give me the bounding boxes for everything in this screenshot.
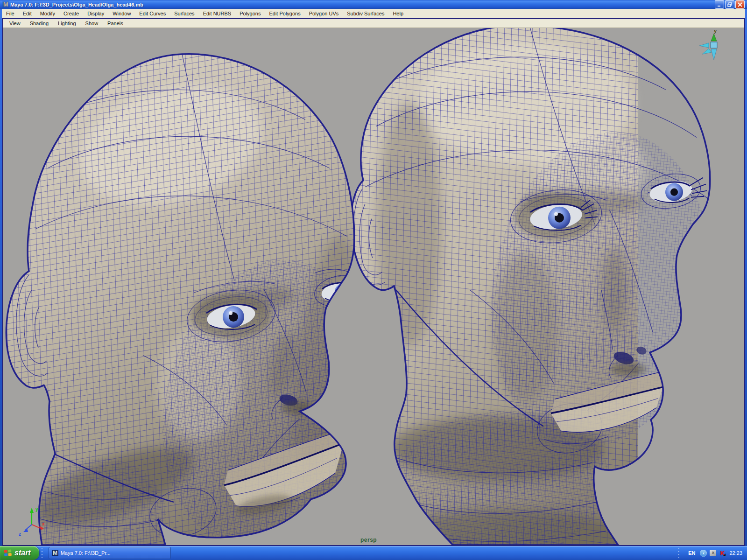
menu-create[interactable]: Create xyxy=(59,10,83,17)
menu-modify[interactable]: Modify xyxy=(36,10,59,17)
svg-text:x: x xyxy=(42,521,45,526)
menu-edit-nurbs[interactable]: Edit NURBS xyxy=(199,10,236,17)
move-manipulator[interactable]: y xyxy=(699,28,717,60)
svg-text:z: z xyxy=(19,532,21,537)
maya-window: M Maya 7.0: F:\!3D_Projects\Olga_Head\Ol… xyxy=(0,0,747,546)
taskbar-clock[interactable]: 22:23 xyxy=(729,550,742,556)
minimize-icon xyxy=(717,2,722,7)
maya-task-icon: M xyxy=(52,550,58,556)
camera-label: persp xyxy=(360,537,377,543)
minimize-button[interactable] xyxy=(715,0,724,9)
menu-file[interactable]: File xyxy=(2,10,19,17)
panel-menu-show[interactable]: Show xyxy=(81,20,103,27)
windows-flag-icon xyxy=(4,549,12,557)
close-button[interactable] xyxy=(735,0,745,9)
close-icon xyxy=(738,2,742,7)
taskbar: start M Maya 7.0: F:\!3D_Pr... EN ‹ × K … xyxy=(0,546,747,560)
svg-text:y: y xyxy=(714,28,717,34)
menu-surfaces[interactable]: Surfaces xyxy=(170,10,198,17)
start-label: start xyxy=(14,549,31,557)
system-tray: EN ‹ × K 22:23 xyxy=(676,546,747,560)
hide-inactive-icons-button[interactable]: ‹ xyxy=(700,550,707,557)
menu-window[interactable]: Window xyxy=(108,10,135,17)
panel-menu-shading[interactable]: Shading xyxy=(25,20,53,27)
restore-icon xyxy=(727,2,732,7)
taskbar-maya-button[interactable]: M Maya 7.0: F:\!3D_Pr... xyxy=(49,547,171,559)
maya-app-icon: M xyxy=(2,1,9,8)
panel-menubar: View Shading Lighting Show Panels xyxy=(3,19,744,28)
tray-icon-disconnected[interactable]: × xyxy=(710,550,716,556)
viewport-canvas[interactable]: y y x z xyxy=(3,28,744,545)
menu-polygon-uvs[interactable]: Polygon UVs xyxy=(305,10,343,17)
language-indicator[interactable]: EN xyxy=(686,550,697,556)
panel-menu-panels[interactable]: Panels xyxy=(103,20,128,27)
svg-text:M: M xyxy=(53,550,57,556)
window-title: Maya 7.0: F:\!3D_Projects\Olga_Head\Olga… xyxy=(10,2,143,7)
panel-menu-lighting[interactable]: Lighting xyxy=(53,20,81,27)
task-button-label: Maya 7.0: F:\!3D_Pr... xyxy=(61,550,111,556)
start-button[interactable]: start xyxy=(0,546,39,560)
svg-text:y: y xyxy=(35,507,38,512)
menu-polygons[interactable]: Polygons xyxy=(235,10,265,17)
menu-edit[interactable]: Edit xyxy=(19,10,36,17)
menu-help[interactable]: Help xyxy=(388,10,408,17)
menu-edit-polygons[interactable]: Edit Polygons xyxy=(265,10,304,17)
restore-button[interactable] xyxy=(725,0,734,9)
left-head-model[interactable] xyxy=(3,47,396,545)
quick-launch-grip[interactable] xyxy=(41,548,45,558)
panel-menu-view[interactable]: View xyxy=(5,20,25,27)
right-head-model[interactable] xyxy=(339,28,734,545)
svg-text:M: M xyxy=(3,1,8,8)
tray-grip xyxy=(678,548,682,558)
menu-display[interactable]: Display xyxy=(83,10,108,17)
main-menubar: File Edit Modify Create Display Window E… xyxy=(2,9,745,18)
tray-icon-antivirus[interactable]: K xyxy=(719,550,726,556)
menu-subdiv-surfaces[interactable]: Subdiv Surfaces xyxy=(343,10,388,17)
perspective-view-panel: View Shading Lighting Show Panels xyxy=(2,18,745,546)
window-titlebar[interactable]: M Maya 7.0: F:\!3D_Projects\Olga_Head\Ol… xyxy=(0,0,747,9)
menu-edit-curves[interactable]: Edit Curves xyxy=(135,10,170,17)
